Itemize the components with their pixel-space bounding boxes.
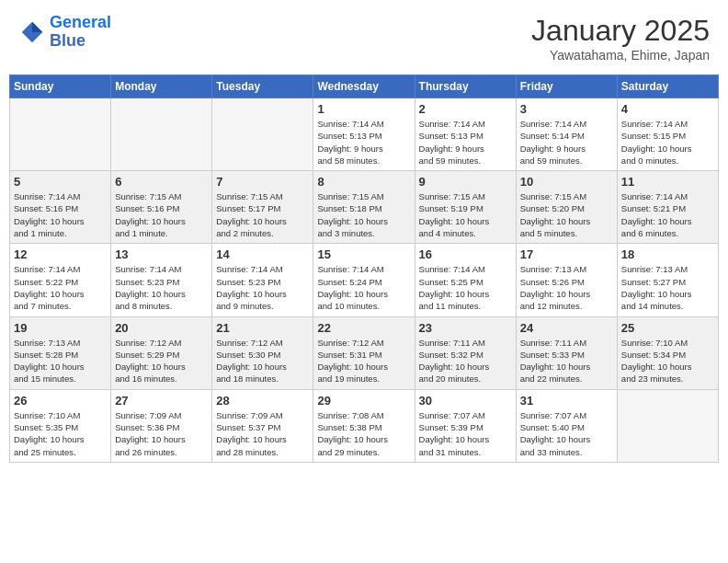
calendar-day: [10, 98, 111, 171]
logo-icon: [18, 18, 46, 46]
calendar-day: 27Sunrise: 7:09 AMSunset: 5:36 PMDayligh…: [111, 389, 212, 462]
calendar-day: 15Sunrise: 7:14 AMSunset: 5:24 PMDayligh…: [313, 244, 415, 316]
calendar-day: 11Sunrise: 7:14 AMSunset: 5:21 PMDayligh…: [617, 171, 718, 244]
calendar-day: 20Sunrise: 7:12 AMSunset: 5:29 PMDayligh…: [111, 316, 212, 389]
day-info: Sunrise: 7:09 AMSunset: 5:37 PMDaylight:…: [216, 409, 309, 458]
title-area: January 2025 Yawatahama, Ehime, Japan: [531, 14, 710, 63]
calendar-day: 4Sunrise: 7:14 AMSunset: 5:15 PMDaylight…: [617, 98, 718, 171]
calendar-day: 24Sunrise: 7:11 AMSunset: 5:33 PMDayligh…: [516, 316, 617, 389]
calendar-day: 12Sunrise: 7:14 AMSunset: 5:22 PMDayligh…: [10, 244, 111, 316]
day-info: Sunrise: 7:14 AMSunset: 5:13 PMDaylight:…: [317, 118, 410, 167]
day-number: 9: [419, 175, 512, 189]
day-number: 16: [419, 247, 512, 261]
calendar-header-row: SundayMondayTuesdayWednesdayThursdayFrid…: [10, 75, 719, 98]
calendar-day: 5Sunrise: 7:14 AMSunset: 5:16 PMDaylight…: [10, 171, 111, 244]
day-info: Sunrise: 7:15 AMSunset: 5:18 PMDaylight:…: [317, 190, 410, 239]
weekday-header-thursday: Thursday: [415, 75, 516, 98]
calendar-day: 6Sunrise: 7:15 AMSunset: 5:16 PMDaylight…: [111, 171, 212, 244]
day-number: 24: [520, 321, 613, 335]
day-number: 29: [317, 394, 410, 408]
calendar-day: 30Sunrise: 7:07 AMSunset: 5:39 PMDayligh…: [415, 389, 516, 462]
day-number: 31: [520, 394, 613, 408]
calendar-day: 1Sunrise: 7:14 AMSunset: 5:13 PMDaylight…: [313, 98, 415, 171]
day-info: Sunrise: 7:14 AMSunset: 5:16 PMDaylight:…: [14, 190, 107, 239]
day-number: 11: [621, 175, 714, 189]
calendar-day: 8Sunrise: 7:15 AMSunset: 5:18 PMDaylight…: [313, 171, 415, 244]
calendar-week-4: 26Sunrise: 7:10 AMSunset: 5:35 PMDayligh…: [10, 389, 719, 462]
day-number: 22: [317, 321, 410, 335]
weekday-header-friday: Friday: [516, 75, 617, 98]
day-number: 25: [621, 321, 714, 335]
calendar-day: [617, 389, 718, 462]
day-number: 13: [115, 247, 208, 261]
day-number: 26: [14, 394, 107, 408]
day-number: 5: [14, 175, 107, 189]
logo-text: General Blue: [50, 14, 111, 51]
day-info: Sunrise: 7:15 AMSunset: 5:16 PMDaylight:…: [115, 190, 208, 239]
location: Yawatahama, Ehime, Japan: [531, 48, 710, 63]
day-info: Sunrise: 7:14 AMSunset: 5:13 PMDaylight:…: [419, 118, 512, 167]
calendar-day: 21Sunrise: 7:12 AMSunset: 5:30 PMDayligh…: [212, 316, 313, 389]
day-number: 20: [115, 321, 208, 335]
weekday-header-wednesday: Wednesday: [313, 75, 415, 98]
day-info: Sunrise: 7:14 AMSunset: 5:23 PMDaylight:…: [115, 263, 208, 312]
day-number: 28: [216, 394, 309, 408]
day-info: Sunrise: 7:10 AMSunset: 5:34 PMDaylight:…: [621, 337, 714, 385]
day-info: Sunrise: 7:10 AMSunset: 5:35 PMDaylight:…: [14, 409, 107, 458]
calendar-day: [212, 98, 313, 171]
day-number: 27: [115, 394, 208, 408]
day-info: Sunrise: 7:11 AMSunset: 5:33 PMDaylight:…: [520, 337, 613, 385]
day-number: 7: [216, 175, 309, 189]
day-number: 21: [216, 321, 309, 335]
calendar-day: 10Sunrise: 7:15 AMSunset: 5:20 PMDayligh…: [516, 171, 617, 244]
weekday-header-sunday: Sunday: [10, 75, 111, 98]
weekday-header-tuesday: Tuesday: [212, 75, 313, 98]
day-number: 8: [317, 175, 410, 189]
day-number: 12: [14, 247, 107, 261]
month-title: January 2025: [531, 14, 710, 48]
calendar-day: [111, 98, 212, 171]
calendar-day: 29Sunrise: 7:08 AMSunset: 5:38 PMDayligh…: [313, 389, 415, 462]
calendar-day: 7Sunrise: 7:15 AMSunset: 5:17 PMDaylight…: [212, 171, 313, 244]
day-info: Sunrise: 7:14 AMSunset: 5:23 PMDaylight:…: [216, 263, 309, 312]
calendar-week-1: 5Sunrise: 7:14 AMSunset: 5:16 PMDaylight…: [10, 171, 719, 244]
day-number: 6: [115, 175, 208, 189]
day-number: 17: [520, 247, 613, 261]
calendar-day: 13Sunrise: 7:14 AMSunset: 5:23 PMDayligh…: [111, 244, 212, 316]
calendar-day: 25Sunrise: 7:10 AMSunset: 5:34 PMDayligh…: [617, 316, 718, 389]
day-number: 10: [520, 175, 613, 189]
calendar-day: 18Sunrise: 7:13 AMSunset: 5:27 PMDayligh…: [617, 244, 718, 316]
day-info: Sunrise: 7:13 AMSunset: 5:27 PMDaylight:…: [621, 263, 714, 312]
calendar-day: 23Sunrise: 7:11 AMSunset: 5:32 PMDayligh…: [415, 316, 516, 389]
calendar-day: 3Sunrise: 7:14 AMSunset: 5:14 PMDaylight…: [516, 98, 617, 171]
page-header: General Blue January 2025 Yawatahama, Eh…: [9, 9, 719, 67]
day-info: Sunrise: 7:14 AMSunset: 5:24 PMDaylight:…: [317, 263, 410, 312]
day-number: 19: [14, 321, 107, 335]
day-info: Sunrise: 7:15 AMSunset: 5:20 PMDaylight:…: [520, 190, 613, 239]
day-info: Sunrise: 7:14 AMSunset: 5:22 PMDaylight:…: [14, 263, 107, 312]
day-number: 15: [317, 247, 410, 261]
day-info: Sunrise: 7:08 AMSunset: 5:38 PMDaylight:…: [317, 409, 410, 458]
calendar-week-2: 12Sunrise: 7:14 AMSunset: 5:22 PMDayligh…: [10, 244, 719, 316]
calendar-day: 2Sunrise: 7:14 AMSunset: 5:13 PMDaylight…: [415, 98, 516, 171]
day-number: 14: [216, 247, 309, 261]
day-number: 18: [621, 247, 714, 261]
day-info: Sunrise: 7:07 AMSunset: 5:40 PMDaylight:…: [520, 409, 613, 458]
day-number: 3: [520, 102, 613, 116]
day-number: 23: [419, 321, 512, 335]
svg-marker-1: [32, 22, 42, 32]
day-info: Sunrise: 7:15 AMSunset: 5:17 PMDaylight:…: [216, 190, 309, 239]
day-info: Sunrise: 7:12 AMSunset: 5:31 PMDaylight:…: [317, 337, 410, 385]
weekday-header-saturday: Saturday: [617, 75, 718, 98]
day-number: 1: [317, 102, 410, 116]
day-info: Sunrise: 7:14 AMSunset: 5:15 PMDaylight:…: [621, 118, 714, 167]
day-info: Sunrise: 7:12 AMSunset: 5:30 PMDaylight:…: [216, 337, 309, 385]
calendar: SundayMondayTuesdayWednesdayThursdayFrid…: [9, 75, 719, 463]
calendar-day: 9Sunrise: 7:15 AMSunset: 5:19 PMDaylight…: [415, 171, 516, 244]
day-number: 30: [419, 394, 512, 408]
weekday-header-monday: Monday: [111, 75, 212, 98]
calendar-day: 19Sunrise: 7:13 AMSunset: 5:28 PMDayligh…: [10, 316, 111, 389]
day-info: Sunrise: 7:07 AMSunset: 5:39 PMDaylight:…: [419, 409, 512, 458]
day-info: Sunrise: 7:14 AMSunset: 5:14 PMDaylight:…: [520, 118, 613, 167]
calendar-day: 31Sunrise: 7:07 AMSunset: 5:40 PMDayligh…: [516, 389, 617, 462]
